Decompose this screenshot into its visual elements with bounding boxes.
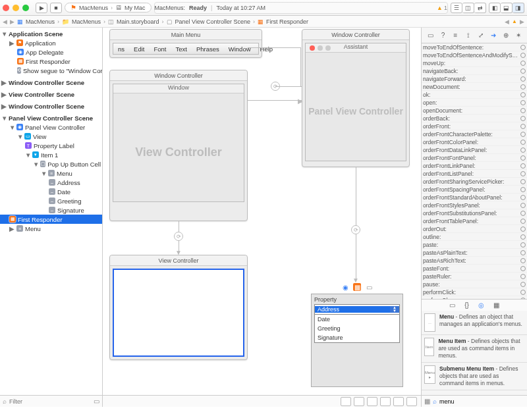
connection-outlet-icon[interactable] xyxy=(520,61,526,66)
connection-outlet-icon[interactable] xyxy=(520,195,526,200)
connection-outlet-icon[interactable] xyxy=(520,203,526,208)
code-snippet-icon[interactable]: {} xyxy=(464,302,469,309)
menu-item[interactable]: Greeting xyxy=(315,324,399,333)
bindings-inspector-icon[interactable]: ⊕ xyxy=(501,31,511,40)
panel-toggle-segment[interactable]: ◧ ⬓ ◨ xyxy=(489,3,524,13)
popup-button[interactable]: Address ▲▼ Date Greeting Signature xyxy=(314,304,400,343)
action-row[interactable]: orderFrontSpacingPanel: xyxy=(422,186,527,194)
connection-outlet-icon[interactable] xyxy=(520,282,526,287)
connection-outlet-icon[interactable] xyxy=(520,242,526,248)
action-row[interactable]: orderFrontDataLinkPanel: xyxy=(422,146,527,154)
outline-item[interactable]: ▼≡Menu xyxy=(0,169,102,178)
size-inspector-icon[interactable]: ⤢ xyxy=(476,31,485,40)
exit-icon[interactable]: ▭ xyxy=(365,283,373,291)
assistant-editor-icon[interactable]: ◫ xyxy=(462,3,474,13)
connection-outlet-icon[interactable] xyxy=(520,84,526,90)
trait-control[interactable] xyxy=(354,397,364,406)
connection-outlet-icon[interactable] xyxy=(520,45,526,50)
file-inspector-icon[interactable]: ▭ xyxy=(426,31,435,40)
crumb-project[interactable]: MacMenus xyxy=(26,18,55,25)
library-item[interactable]: Item Menu Item - Defines objects that ar… xyxy=(422,335,527,363)
minimize-icon[interactable] xyxy=(13,5,19,11)
object-library-icon[interactable]: ◎ xyxy=(478,302,484,309)
connection-outlet-icon[interactable] xyxy=(520,53,526,58)
action-row[interactable]: pasteAsPlainText: xyxy=(422,249,527,257)
menubar[interactable]: ns Edit Font Text Phrases Window Help xyxy=(113,43,259,55)
action-row[interactable]: pasteAsRichText: xyxy=(422,257,527,265)
popup-selected[interactable]: Address xyxy=(315,306,390,313)
action-row[interactable]: paste: xyxy=(422,241,527,249)
connections-list[interactable]: moveToEndOfSentence:moveToEndOfSentenceA… xyxy=(422,43,527,299)
action-row[interactable]: pasteFont: xyxy=(422,265,527,273)
action-row[interactable]: orderFrontSharingServicePicker: xyxy=(422,178,527,186)
menu-item[interactable]: Window xyxy=(224,45,256,53)
scene-header[interactable]: ▶Window Controller Scene xyxy=(0,101,102,111)
connection-outlet-icon[interactable] xyxy=(520,116,526,121)
connection-outlet-icon[interactable] xyxy=(520,266,526,271)
connections-inspector-icon[interactable]: ➜ xyxy=(489,31,498,40)
storyboard-canvas[interactable]: Main Menu ns Edit Font Text Phrases Wind… xyxy=(103,28,422,407)
connection-outlet-icon[interactable] xyxy=(520,179,526,184)
inner-window[interactable]: Window View Controller xyxy=(113,84,244,202)
run-button[interactable]: ▶ xyxy=(36,3,47,13)
action-row[interactable]: ok: xyxy=(422,91,527,99)
action-row[interactable]: pause: xyxy=(422,280,527,288)
action-row[interactable]: orderFrontListPanel: xyxy=(422,170,527,178)
scene-header[interactable]: ▼Panel View Controller Scene xyxy=(0,113,102,122)
warning-count[interactable]: ▲ 1 xyxy=(437,5,447,11)
forward-button[interactable]: ▶ xyxy=(10,18,14,25)
align-control[interactable] xyxy=(380,397,391,406)
connection-outlet-icon[interactable] xyxy=(520,187,526,192)
action-row[interactable]: navigateBack: xyxy=(422,67,527,75)
pin-control[interactable] xyxy=(393,397,404,406)
connection-outlet-icon[interactable] xyxy=(520,108,526,113)
filter-input[interactable] xyxy=(9,398,91,405)
grid-icon[interactable]: ▦ xyxy=(424,398,430,405)
action-row[interactable]: orderFrontStylesPanel: xyxy=(422,201,527,209)
outline-item[interactable]: ▼▭View xyxy=(0,132,102,141)
action-row[interactable]: outline: xyxy=(422,233,527,241)
zoom-icon[interactable] xyxy=(22,5,29,11)
segue-icon[interactable]: ⟳ xyxy=(174,232,183,241)
library-item[interactable]: Menu ▸ Submenu Menu Item - Defines objec… xyxy=(422,363,527,390)
vc-icon[interactable]: ◉ xyxy=(341,283,349,291)
menu-item[interactable]: Date xyxy=(315,315,399,324)
outline-item[interactable]: ▼▾Item 1 xyxy=(0,150,102,159)
editor-mode-segment[interactable]: ☰ ◫ ⇄ xyxy=(451,3,486,13)
outline-item[interactable]: ▼◉Panel View Controller xyxy=(0,122,102,132)
outline-item[interactable]: –Address xyxy=(0,178,102,187)
outline-item[interactable]: –Signature xyxy=(0,205,102,215)
action-row[interactable]: orderFrontColorPanel: xyxy=(422,138,527,146)
window-controller-scene-2[interactable]: Window Controller Assistant Panel View C… xyxy=(302,29,410,167)
menu-item[interactable]: Phrases xyxy=(192,45,224,53)
menu-item[interactable]: Font xyxy=(149,45,171,53)
action-row[interactable]: moveUp: xyxy=(422,59,527,67)
outline-item[interactable]: ▼▢Pop Up Button Cell xyxy=(0,159,102,169)
inspector-tabs[interactable]: ▭ ? ≡ ⟟ ⤢ ➜ ⊕ ✶ xyxy=(422,28,527,43)
action-row[interactable]: openDocument: xyxy=(422,107,527,115)
object-library[interactable]: ... Menu - Defines an object that manage… xyxy=(422,311,527,395)
version-editor-icon[interactable]: ⇄ xyxy=(474,3,486,13)
connection-outlet-icon[interactable] xyxy=(520,219,526,224)
scene-header[interactable]: ▼Application Scene xyxy=(0,29,102,38)
related-back[interactable]: ◀ xyxy=(505,18,509,25)
connection-outlet-icon[interactable] xyxy=(520,211,526,216)
scene-header[interactable]: ▶View Controller Scene xyxy=(0,90,102,99)
connection-outlet-icon[interactable] xyxy=(520,147,526,153)
stop-button[interactable]: ■ xyxy=(50,3,62,13)
menu-item[interactable]: ns xyxy=(113,45,129,53)
main-menu-scene[interactable]: Main Menu ns Edit Font Text Phrases Wind… xyxy=(109,29,262,58)
connection-outlet-icon[interactable] xyxy=(520,163,526,169)
action-row[interactable]: orderFrontFontPanel: xyxy=(422,154,527,162)
resolve-control[interactable] xyxy=(406,397,417,406)
outline-item[interactable]: ▦First Responder xyxy=(0,57,102,66)
action-row[interactable]: performClick: xyxy=(422,288,527,296)
connection-outlet-icon[interactable] xyxy=(520,155,526,161)
connection-outlet-icon[interactable] xyxy=(520,92,526,97)
connection-outlet-icon[interactable] xyxy=(520,76,526,82)
segue-icon[interactable]: ⟳ xyxy=(351,225,360,234)
connection-outlet-icon[interactable] xyxy=(520,171,526,176)
connection-outlet-icon[interactable] xyxy=(520,274,526,279)
connection-outlet-icon[interactable] xyxy=(520,68,526,74)
attributes-inspector-icon[interactable]: ⟟ xyxy=(464,31,473,40)
